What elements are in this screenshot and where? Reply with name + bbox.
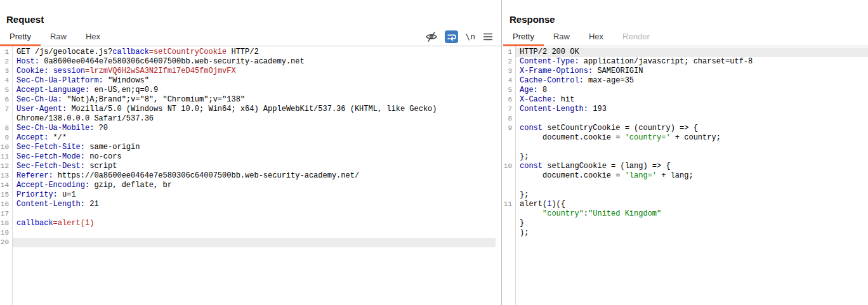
code-line[interactable]: 2Host: 0a8600ee0464e7e580306c64007500bb.… [0,57,501,67]
line-number: 3 [0,67,9,76]
code-line[interactable] [503,181,868,190]
code-line[interactable]: 7User-Agent: Mozilla/5.0 (Windows NT 10.… [0,105,501,114]
code-line[interactable]: 4Sec-Ch-Ua-Platform: "Windows" [0,76,501,86]
line-number: 6 [503,95,512,105]
line-text: Host: 0a8600ee0464e7e580306c64007500bb.w… [13,57,496,67]
line-text: callback=alert(1) [13,219,496,228]
eye-off-button[interactable] [425,30,438,43]
line-number [503,171,512,181]
code-line[interactable]: 8 [503,114,868,124]
line-text: Content-Length: 193 [516,105,868,114]
line-text: Priority: u=1 [13,190,496,200]
line-number: 8 [503,114,512,124]
code-line[interactable]: document.cookie = 'country=' + country; [503,133,868,143]
line-number: 12 [0,162,9,171]
code-line[interactable]: 10const setLangCookie = (lang) => { [503,162,868,171]
code-line[interactable]: 7Content-Length: 193 [503,105,868,114]
response-code: 1HTTP/2 200 OK2Content-Type: application… [503,48,868,238]
line-text: document.cookie = 'country=' + country; [516,133,868,143]
line-number: 11 [503,200,512,209]
code-line[interactable]: 6X-Cache: hit [503,95,868,105]
code-line[interactable]: 16Content-Length: 21 [0,200,501,209]
tab-raw[interactable]: Raw [544,28,579,46]
line-number: 15 [0,190,9,200]
request-panel-title: Request [0,0,501,28]
code-line[interactable]: 9const setCountryCookie = (country) => { [503,124,868,133]
code-line[interactable]: } [503,219,868,228]
code-line[interactable]: 1HTTP/2 200 OK [503,48,868,57]
line-number [503,152,512,162]
code-line[interactable]: }; [503,190,868,200]
line-text: Content-Type: application/javascript; ch… [516,57,868,67]
tab-hex[interactable]: Hex [579,28,613,46]
line-text: Sec-Fetch-Site: same-origin [13,143,496,152]
editor-menu-button[interactable] [482,32,494,42]
code-line[interactable]: Chrome/138.0.0.0 Safari/537.36 [0,114,501,124]
line-number [503,228,512,238]
line-number: 17 [0,209,9,219]
eye-off-icon [425,30,438,43]
code-line[interactable]: 20 [0,238,501,247]
code-line[interactable]: 11Sec-Fetch-Mode: no-cors [0,152,501,162]
code-line[interactable]: 11alert(1)({ [503,200,868,209]
code-line[interactable]: 13Referer: https://0a8600ee0464e7e580306… [0,171,501,181]
code-line[interactable]: }; [503,152,868,162]
line-number: 5 [503,86,512,95]
line-text: Sec-Ch-Ua-Mobile: ?0 [13,124,496,133]
code-line[interactable]: 3X-Frame-Options: SAMEORIGIN [503,67,868,76]
line-text: Age: 8 [516,86,868,95]
line-text: const setCountryCookie = (country) => { [516,124,868,133]
code-line[interactable]: 9Accept: */* [0,133,501,143]
newline-chars-button[interactable]: \n [465,30,475,43]
tab-pretty[interactable]: Pretty [0,28,41,46]
response-panel-title: Response [503,0,868,28]
tab-raw[interactable]: Raw [41,28,76,46]
line-text: Referer: https://0a8600ee0464e7e580306c6… [13,171,496,181]
response-editor[interactable]: 1HTTP/2 200 OK2Content-Type: application… [503,46,868,305]
wrap-text-button[interactable] [445,30,458,43]
code-line[interactable]: document.cookie = 'lang=' + lang; [503,171,868,181]
code-line[interactable]: 18callback=alert(1) [0,219,501,228]
line-number: 19 [0,228,9,238]
line-text [516,114,868,124]
line-number [503,181,512,190]
wrap-text-icon [447,32,456,42]
request-code: 1GET /js/geolocate.js?callback=setCountr… [0,48,501,247]
code-line[interactable]: 5Age: 8 [503,86,868,95]
tab-hex[interactable]: Hex [76,28,110,46]
code-line[interactable]: 5Accept-Language: en-US,en;q=0.9 [0,86,501,95]
line-number: 11 [0,152,9,162]
code-line[interactable]: 2Content-Type: application/javascript; c… [503,57,868,67]
code-line[interactable]: 15Priority: u=1 [0,190,501,200]
line-text: User-Agent: Mozilla/5.0 (Windows NT 10.0… [13,105,496,114]
response-tabs-bar: PrettyRawHexRender [503,28,868,46]
line-number: 9 [0,133,9,143]
line-text [516,181,868,190]
code-line[interactable]: 1GET /js/geolocate.js?callback=setCountr… [0,48,501,57]
tab-render: Render [613,28,659,46]
tab-pretty[interactable]: Pretty [503,28,544,46]
code-line[interactable]: 10Sec-Fetch-Site: same-origin [0,143,501,152]
line-text: Sec-Ch-Ua: "Not)A;Brand";v="8", "Chromiu… [13,95,496,105]
line-number: 2 [503,57,512,67]
code-line[interactable]: ); [503,228,868,238]
line-text: }; [516,190,868,200]
code-line[interactable]: 12Sec-Fetch-Dest: script [0,162,501,171]
code-line[interactable]: 8Sec-Ch-Ua-Mobile: ?0 [0,124,501,133]
line-text: GET /js/geolocate.js?callback=setCountry… [13,48,496,57]
line-number: 10 [503,162,512,171]
request-editor[interactable]: 1GET /js/geolocate.js?callback=setCountr… [0,46,501,305]
line-text: Content-Length: 21 [13,200,496,209]
code-line[interactable]: 19 [0,228,501,238]
line-number: 4 [503,76,512,86]
code-line[interactable]: 6Sec-Ch-Ua: "Not)A;Brand";v="8", "Chromi… [0,95,501,105]
line-text [13,209,496,219]
line-text [13,238,496,247]
code-line[interactable]: 3Cookie: session=lrzmVQ6H2wSA3N2Ifmi7eD4… [0,67,501,76]
line-text: Sec-Fetch-Mode: no-cors [13,152,496,162]
code-line[interactable]: 4Cache-Control: max-age=35 [503,76,868,86]
code-line[interactable]: 14Accept-Encoding: gzip, deflate, br [0,181,501,190]
code-line[interactable]: "country":"United Kingdom" [503,209,868,219]
code-line[interactable] [503,143,868,152]
code-line[interactable]: 17 [0,209,501,219]
